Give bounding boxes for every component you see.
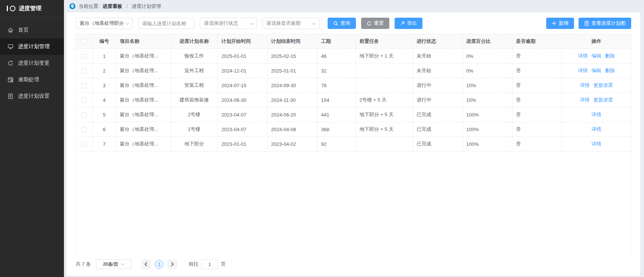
sidebar-item-plan-change[interactable]: 进度计划变更 [0, 55, 64, 71]
action-update-progress[interactable]: 更新进度 [593, 97, 613, 103]
table-cell: 进行中 [413, 78, 462, 93]
status-select[interactable]: 请选择进行状态 [200, 18, 257, 29]
goto-page-input[interactable] [201, 259, 218, 269]
table-cell [76, 93, 93, 107]
breadcrumb: 当前位置: 进度看板 / 进度计划管理 [64, 0, 644, 12]
plan-table-wrap: 编号项目名称进度计划名称计划开始时间计划结束时间工期前置任务进行状态进度百分比是… [76, 34, 631, 253]
table-cell: 4 [93, 93, 116, 107]
sidebar-item-plan-settings[interactable]: 进度计划设置 [0, 88, 64, 104]
table-header-row: 编号项目名称进度计划名称计划开始时间计划结束时间工期前置任务进行状态进度百分比是… [76, 34, 631, 49]
project-select[interactable]: 紫台（地基处理部分 [76, 18, 133, 29]
goto-label: 前往 [188, 261, 198, 268]
action-delete[interactable]: 删除 [605, 53, 615, 59]
row-checkbox[interactable] [82, 142, 87, 147]
action-detail[interactable]: 详情 [591, 112, 601, 117]
row-checkbox[interactable] [82, 112, 87, 118]
table-cell: 否 [512, 49, 562, 64]
location-pin-icon [69, 3, 76, 9]
row-checkbox[interactable] [82, 54, 87, 59]
table-cell: 0% [462, 64, 512, 78]
chevron-down-icon [249, 21, 254, 26]
table-row: 2紫台（地基处理...室外工程2024-12-012025-01-0132未开始… [76, 64, 631, 78]
table-cell: 2024-09-30 [267, 78, 317, 93]
row-checkbox[interactable] [82, 127, 87, 132]
action-detail[interactable]: 详情 [580, 97, 589, 103]
action-detail[interactable]: 详情 [578, 53, 588, 59]
table-cell: 2024-06-20 [267, 107, 317, 122]
overdue-select[interactable]: 请选择是否逾期 [262, 18, 319, 29]
table-cell: 100% [462, 122, 512, 137]
table-cell: 5 [93, 107, 116, 122]
table-cell [76, 64, 93, 78]
search-button[interactable]: 查询 [328, 18, 356, 29]
table-cell: 验收工作 [171, 49, 217, 64]
table-cell: 未开始 [413, 64, 462, 78]
table-cell: 进行中 [413, 93, 462, 107]
add-button[interactable]: 新增 [546, 18, 574, 29]
pagination: 共 7 条 20条/页 1 前往 [67, 253, 640, 276]
view-plan-chart-button[interactable]: 查看进度计划图 [579, 18, 631, 29]
table-cell: 2023-04-02 [267, 137, 317, 151]
table-cell [76, 122, 93, 137]
table-cell: 否 [512, 122, 562, 137]
select-all-checkbox[interactable] [82, 39, 87, 44]
column-header: 进度计划名称 [171, 34, 217, 49]
table-cell: 441 [317, 107, 355, 122]
sidebar-item-home[interactable]: 首页 [0, 22, 64, 38]
total-count: 共 7 条 [76, 261, 91, 268]
action-update-progress[interactable]: 更新进度 [593, 82, 613, 88]
sidebar-item-overdue-handling[interactable]: 逾期处理 [0, 71, 64, 88]
monitor-icon [8, 44, 14, 50]
reset-button[interactable]: 重置 [361, 18, 389, 29]
table-cell: 2024-07-15 [217, 78, 267, 93]
table-cell: 2024-06-30 [217, 93, 267, 107]
plan-name-input[interactable] [138, 18, 194, 29]
table-cell: 否 [512, 137, 562, 151]
table-cell: 地下部分 + 1 天 [355, 49, 413, 64]
column-header: 进度百分比 [462, 34, 512, 49]
action-detail[interactable]: 详情 [591, 126, 601, 132]
action-edit[interactable]: 编辑 [591, 53, 601, 59]
row-actions: 详情更新进度 [562, 78, 631, 93]
goto-suffix: 页 [221, 261, 226, 268]
page-size-select[interactable]: 20条/页 [96, 259, 131, 269]
next-page-button[interactable] [167, 259, 177, 269]
table-cell: 地下部分 + 5 天 [355, 107, 413, 122]
row-checkbox[interactable] [82, 83, 87, 88]
app-logo: 进度管理 [0, 0, 64, 17]
row-checkbox[interactable] [82, 68, 87, 74]
table-cell: 2024-04-08 [267, 122, 317, 137]
sidebar-nav: 首页进度计划管理进度计划变更逾期处理进度计划设置 [0, 17, 64, 104]
table-cell: 已完成 [413, 122, 462, 137]
column-header: 计划开始时间 [217, 34, 267, 49]
table-cell: 46 [317, 49, 355, 64]
action-detail[interactable]: 详情 [591, 141, 601, 147]
table-cell: 安装工程 [171, 78, 217, 93]
action-detail[interactable]: 详情 [578, 68, 588, 73]
row-actions: 详情编辑删除 [562, 64, 631, 78]
export-button[interactable]: 导出 [395, 18, 422, 29]
sidebar-item-label: 进度计划管理 [18, 43, 50, 50]
table-cell: 否 [512, 64, 562, 78]
prev-page-button[interactable] [141, 259, 151, 269]
table-row: 4紫台（地基处理...建筑装饰装修2024-06-302024-11-30154… [76, 93, 631, 107]
action-edit[interactable]: 编辑 [591, 68, 601, 73]
current-page[interactable]: 1 [155, 260, 164, 269]
table-row: 5紫台（地基处理...2号楼2023-04-072024-06-20441地下部… [76, 107, 631, 122]
table-cell: 未开始 [413, 49, 462, 64]
row-checkbox[interactable] [82, 98, 87, 103]
table-cell: 2号楼 + 5 天 [355, 93, 413, 107]
column-header: 进行状态 [413, 34, 462, 49]
action-delete[interactable]: 删除 [605, 68, 615, 73]
table-cell: 2024-11-30 [267, 93, 317, 107]
table-cell [355, 78, 413, 93]
table-cell: 紫台（地基处理... [116, 137, 171, 151]
sidebar-item-plan-management[interactable]: 进度计划管理 [0, 38, 64, 55]
table-row: 6紫台（地基处理...1号楼2023-04-072024-04-08368地下部… [76, 122, 631, 137]
breadcrumb-root[interactable]: 进度看板 [103, 3, 122, 10]
table-cell: 15% [462, 93, 512, 107]
main-area: 当前位置: 进度看板 / 进度计划管理 紫台（地基处理部分 请选择进行状态 [64, 0, 644, 277]
column-header: 项目名称 [116, 34, 171, 49]
column-header: 编号 [93, 34, 116, 49]
action-detail[interactable]: 详情 [580, 82, 589, 88]
